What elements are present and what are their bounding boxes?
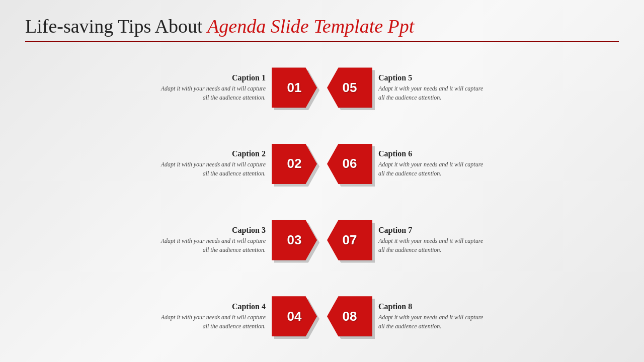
shape-5: 05 [327,67,372,108]
caption-desc-7: Adapt it with your needs and it will cap… [378,236,489,254]
caption-title-3: Caption 3 [155,226,266,235]
shape-wrapper-7: 07 [327,220,372,260]
text-block-8: Caption 8 Adapt it with your needs and i… [378,302,489,331]
caption-desc-5: Adapt it with your needs and it will cap… [378,84,489,102]
items-grid: Caption 1 Adapt it with your needs and i… [25,52,619,352]
shape-1: 01 [272,67,317,108]
title-highlight: Agenda Slide Template Ppt [207,16,414,37]
caption-desc-3: Adapt it with your needs and it will cap… [155,236,266,254]
shape-number-2: 02 [287,156,302,171]
shape-wrapper-5: 05 [327,67,372,108]
caption-desc-8: Adapt it with your needs and it will cap… [378,313,489,331]
caption-title-4: Caption 4 [155,302,266,311]
text-block-4: Caption 4 Adapt it with your needs and i… [155,302,266,331]
agenda-item-7: 07 Caption 7 Adapt it with your needs an… [327,205,619,276]
agenda-item-8: 08 Caption 8 Adapt it with your needs an… [327,281,619,352]
shape-2: 02 [272,144,317,184]
shape-number-1: 01 [287,80,302,96]
shape-wrapper-8: 08 [327,296,372,336]
shape-number-8: 08 [343,309,357,324]
page-header: Life-saving Tips About Agenda Slide Temp… [25,15,619,42]
caption-title-1: Caption 1 [155,73,266,82]
text-block-3: Caption 3 Adapt it with your needs and i… [155,226,266,254]
shape-wrapper-2: 02 [272,144,317,184]
shape-6: 06 [327,144,372,184]
caption-title-2: Caption 2 [155,149,266,158]
caption-desc-2: Adapt it with your needs and it will cap… [155,160,266,178]
shape-7: 07 [327,220,372,260]
shape-wrapper-3: 03 [272,220,317,260]
text-block-6: Caption 6 Adapt it with your needs and i… [378,149,489,178]
agenda-item-5: 05 Caption 5 Adapt it with your needs an… [327,52,619,124]
caption-desc-1: Adapt it with your needs and it will cap… [155,84,266,102]
caption-title-6: Caption 6 [378,149,489,158]
shape-wrapper-4: 04 [272,296,317,336]
agenda-item-2: Caption 2 Adapt it with your needs and i… [25,128,317,200]
shape-wrapper-1: 01 [272,67,317,108]
shape-number-3: 03 [287,232,302,248]
caption-title-8: Caption 8 [378,302,489,311]
shape-wrapper-6: 06 [327,144,372,184]
caption-title-5: Caption 5 [378,73,489,82]
text-block-1: Caption 1 Adapt it with your needs and i… [155,73,266,102]
shape-number-4: 04 [287,309,302,324]
title-prefix: Life-saving Tips About [25,16,207,37]
caption-title-7: Caption 7 [378,226,489,235]
text-block-2: Caption 2 Adapt it with your needs and i… [155,149,266,178]
agenda-item-1: Caption 1 Adapt it with your needs and i… [25,52,317,124]
shape-number-5: 05 [343,80,357,96]
page-title: Life-saving Tips About Agenda Slide Temp… [25,15,619,38]
agenda-item-4: Caption 4 Adapt it with your needs and i… [25,281,317,352]
shape-number-7: 07 [343,232,357,248]
header-underline [25,41,619,42]
shape-number-6: 06 [343,156,357,171]
caption-desc-4: Adapt it with your needs and it will cap… [155,313,266,331]
text-block-5: Caption 5 Adapt it with your needs and i… [378,73,489,102]
shape-8: 08 [327,296,372,336]
agenda-item-6: 06 Caption 6 Adapt it with your needs an… [327,128,619,200]
agenda-item-3: Caption 3 Adapt it with your needs and i… [25,205,317,276]
shape-3: 03 [272,220,317,260]
shape-4: 04 [272,296,317,336]
text-block-7: Caption 7 Adapt it with your needs and i… [378,226,489,254]
caption-desc-6: Adapt it with your needs and it will cap… [378,160,489,178]
